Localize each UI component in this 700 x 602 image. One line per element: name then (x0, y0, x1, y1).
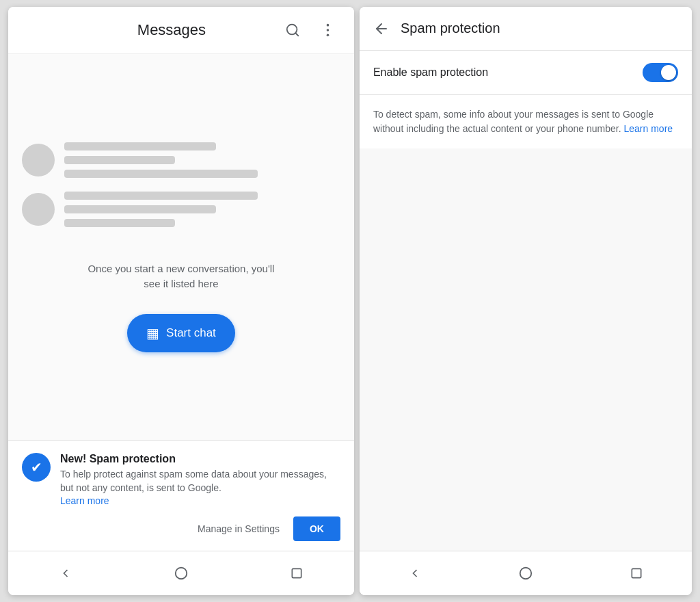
spam-shield-icon-container: ✔ (22, 453, 51, 482)
spam-banner-title: New! Spam protection (60, 453, 340, 465)
recents-square-icon (290, 566, 304, 580)
spam-settings-header: Spam protection (360, 7, 692, 51)
svg-point-2 (327, 24, 329, 27)
spam-banner-actions: Manage in Settings OK (22, 516, 340, 541)
right-home-nav-button[interactable] (513, 561, 538, 586)
svg-rect-6 (292, 568, 301, 577)
back-nav-button[interactable] (53, 561, 78, 586)
right-recents-nav-button[interactable] (624, 561, 649, 586)
ok-button[interactable]: OK (293, 516, 340, 541)
placeholder-avatar-2 (22, 193, 55, 226)
spam-protection-toggle[interactable] (643, 63, 678, 82)
enable-spam-protection-row: Enable spam protection (360, 51, 692, 95)
back-triangle-icon (59, 566, 72, 580)
right-home-circle-icon (518, 566, 533, 581)
home-circle-icon (174, 566, 189, 581)
svg-point-4 (327, 34, 329, 37)
spam-settings-title: Spam protection (401, 21, 500, 36)
chat-icon: ▦ (146, 325, 159, 341)
messages-header: Messages (8, 7, 354, 54)
svg-line-1 (295, 33, 298, 36)
svg-point-8 (520, 568, 532, 579)
placeholder-line (64, 205, 216, 213)
svg-point-5 (176, 568, 187, 579)
right-back-nav-button[interactable] (403, 561, 427, 586)
placeholder-line (64, 219, 175, 227)
recents-nav-button[interactable] (284, 561, 309, 586)
spam-banner-body-text: To help protect against spam some data a… (60, 469, 327, 493)
left-bottom-nav (8, 551, 354, 595)
right-back-triangle-icon (408, 566, 422, 580)
spam-banner-header: ✔ New! Spam protection To help protect a… (22, 453, 340, 508)
right-recents-square-icon (630, 566, 643, 580)
placeholder-avatar-1 (22, 144, 55, 176)
spam-settings-body: Enable spam protection To detect spam, s… (360, 51, 692, 301)
placeholder-line (64, 142, 216, 150)
placeholder-item-1 (22, 142, 340, 178)
messages-title: Messages (63, 21, 280, 39)
enable-spam-protection-label: Enable spam protection (373, 66, 488, 79)
spam-protection-banner: ✔ New! Spam protection To help protect a… (8, 440, 354, 551)
toggle-slider (643, 63, 678, 82)
placeholder-lines-1 (64, 142, 340, 178)
search-button[interactable] (280, 18, 305, 42)
empty-state-text: Once you start a new conversation, you'l… (85, 261, 277, 292)
placeholder-conversation-list (22, 142, 340, 241)
search-icon (285, 23, 300, 38)
right-phone: Spam protection Enable spam protection T… (360, 7, 692, 595)
svg-rect-9 (632, 568, 641, 577)
placeholder-line (64, 156, 175, 164)
back-arrow-icon (373, 21, 390, 37)
spam-banner-body: To help protect against spam some data a… (60, 468, 340, 508)
placeholder-lines-2 (64, 192, 340, 227)
svg-point-3 (327, 29, 329, 31)
spam-description-text: To detect spam, some info about your mes… (373, 109, 654, 134)
placeholder-line (64, 170, 258, 178)
start-chat-button[interactable]: ▦ Start chat (127, 314, 235, 352)
spam-description: To detect spam, some info about your mes… (360, 95, 692, 148)
shield-check-icon: ✔ (31, 459, 42, 475)
more-options-button[interactable] (316, 18, 340, 42)
placeholder-item-2 (22, 192, 340, 227)
spam-banner-learn-more-link[interactable]: Learn more (60, 495, 109, 506)
learn-more-link[interactable]: Learn more (624, 123, 673, 134)
right-bottom-nav (360, 551, 692, 595)
placeholder-line (64, 192, 258, 200)
home-nav-button[interactable] (169, 561, 193, 586)
more-vert-icon (326, 23, 329, 38)
messages-main: Once you start a new conversation, you'l… (8, 54, 354, 440)
right-spacer (360, 301, 692, 551)
start-chat-label: Start chat (166, 326, 216, 340)
manage-settings-link[interactable]: Manage in Settings (198, 523, 280, 534)
left-phone: Messages (8, 7, 354, 595)
back-button[interactable] (373, 21, 390, 37)
